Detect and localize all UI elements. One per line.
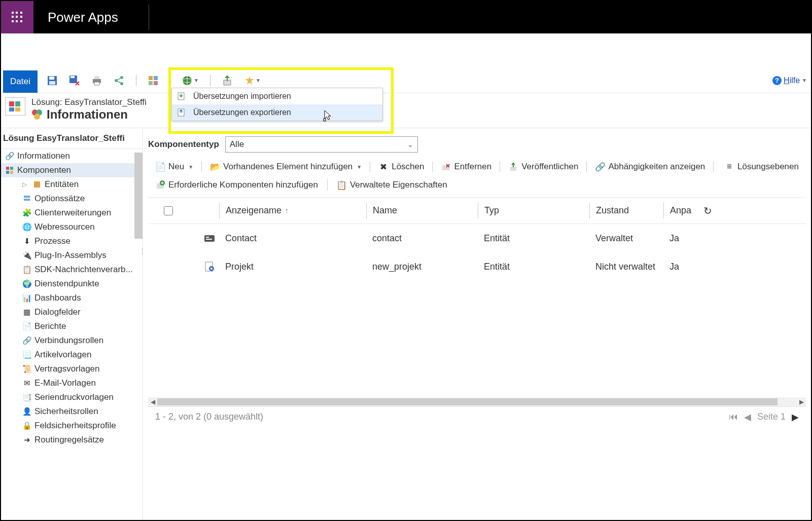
publish-action-icon (508, 162, 518, 172)
sidebar-item-seriendruckvorlagen[interactable]: 📑Seriendruckvorlagen (1, 390, 143, 404)
add-required-button[interactable]: Erforderliche Komponenten hinzufügen (148, 178, 325, 192)
page-first-icon[interactable]: ⏮ (729, 412, 738, 422)
col-name[interactable]: Name (366, 203, 478, 219)
save-icon[interactable] (47, 75, 58, 86)
sidebar-item-verbindungsrollen[interactable]: 🔗Verbindungsrollen (1, 333, 143, 348)
page-next-icon[interactable]: ▶ (792, 412, 799, 423)
col-typ[interactable]: Typ (478, 203, 589, 219)
solution-layers-button[interactable]: ≡Lösungsebenen (717, 160, 806, 174)
scroll-left-icon[interactable]: ◀ (148, 398, 157, 405)
sidebar-item-sdk-nachrichten[interactable]: 📋SDK-Nachrichtenverarb... (1, 263, 143, 277)
scroll-right-icon[interactable]: ▶ (797, 398, 806, 405)
new-button[interactable]: 📄Neu▼ (148, 160, 200, 174)
routing-icon: ➜ (22, 435, 31, 444)
expand-arrow-icon[interactable]: ▷ (22, 181, 29, 188)
entity-icon (32, 180, 42, 189)
svg-rect-32 (34, 181, 40, 188)
save-close-icon[interactable] (69, 75, 80, 86)
sidebar-item-clienterweiterungen[interactable]: 🧩Clienterweiterungen (1, 206, 143, 220)
sidebar-item-sicherheitsrollen[interactable]: 👤Sicherheitsrollen (1, 404, 143, 419)
svg-rect-31 (10, 171, 13, 174)
app-launcher-button[interactable] (1, 1, 33, 33)
sidebar-item-vertragsvorlagen[interactable]: 📜Vertragsvorlagen (1, 362, 143, 376)
cell-zustand: Nicht verwaltet (589, 262, 663, 272)
row-entity-icon (189, 234, 219, 243)
grid-row[interactable]: Projekt new_projekt Entität Nicht verwal… (148, 252, 806, 281)
sidebar-item-plugin-assemblys[interactable]: 🔌Plug-In-Assemblys (1, 248, 143, 263)
action-toolbar-2: Erforderliche Komponenten hinzufügen 📋Ve… (148, 178, 806, 192)
delete-button[interactable]: ✖Löschen (371, 160, 431, 174)
print-icon[interactable] (91, 75, 102, 86)
managed-properties-button[interactable]: 📋Verwaltete Eigenschaften (330, 178, 454, 192)
svg-rect-20 (324, 119, 326, 121)
export-icon (177, 108, 186, 117)
sidebar-item-prozesse[interactable]: ⬇Prozesse (1, 234, 143, 248)
col-zustand[interactable]: Zustand (589, 203, 663, 219)
separator (210, 75, 210, 86)
select-all-checkbox[interactable] (164, 206, 173, 215)
dialog-icon: ▦ (22, 308, 31, 317)
page-title: Informationen (47, 107, 128, 122)
add-existing-button[interactable]: 📂Vorhandenes Element hinzufügen▼ (203, 160, 369, 174)
cell-anzeigename: Contact (219, 233, 366, 244)
svg-rect-21 (9, 101, 14, 106)
sidebar-item-komponenten[interactable]: Komponenten (1, 163, 143, 177)
sidebar-item-dialogfelder[interactable]: ▦Dialogfelder (1, 305, 143, 319)
refresh-button[interactable]: ↻ (699, 205, 716, 217)
file-tab[interactable]: Datei (3, 70, 38, 93)
endpoint-icon: 🌍 (22, 279, 31, 288)
layers-icon: ≡ (724, 162, 734, 172)
sidebar-title: Lösung EasyTranslator_Steffi (1, 128, 143, 149)
translate-dropdown-button[interactable]: ▼ (182, 75, 199, 86)
dependencies-icon: 🔗 (595, 162, 605, 172)
sidebar-item-dashboards[interactable]: 📊Dashboards (1, 291, 143, 305)
scroll-thumb[interactable] (157, 398, 778, 405)
sidebar-item-routingregelsaetze[interactable]: ➜Routingregelsätze (1, 433, 143, 447)
connection-icon: 🔗 (22, 336, 31, 345)
svg-rect-30 (6, 171, 9, 174)
sdk-icon: 📋 (22, 265, 31, 274)
components-icon[interactable] (148, 75, 159, 86)
svg-rect-22 (15, 101, 20, 106)
favorites-dropdown-icon[interactable]: ▼ (244, 75, 261, 86)
sidebar-item-informationen[interactable]: 🔗Informationen (1, 149, 143, 163)
translate-dropdown-menu: Übersetzungen importieren Übersetzungen … (171, 88, 383, 121)
sidebar-item-webressourcen[interactable]: 🌐Webressourcen (1, 220, 143, 234)
help-link[interactable]: ? HHilfeilfe ▼ (772, 76, 807, 85)
splitter-handle[interactable]: ⋮ (139, 247, 143, 254)
menu-import-translations[interactable]: Übersetzungen importieren (172, 88, 382, 104)
menu-export-translations[interactable]: Übersetzungen exportieren (172, 104, 382, 121)
cell-typ: Entität (478, 233, 589, 244)
managed-icon: 📋 (337, 180, 347, 190)
security-icon: 👤 (22, 407, 31, 416)
separator (432, 161, 433, 172)
col-anpassbar[interactable]: Anpa (663, 203, 699, 219)
share-icon[interactable] (114, 75, 125, 86)
remove-button[interactable]: Entfernen (434, 160, 499, 174)
publish-button[interactable]: Veröffentlichen (501, 160, 585, 174)
sidebar: Lösung EasyTranslator_Steffi 🔗Informatio… (1, 128, 143, 521)
sidebar-item-entitaeten[interactable]: ▷Entitäten (1, 177, 143, 192)
horizontal-scrollbar[interactable]: ◀ ▶ (148, 397, 806, 406)
divider (149, 5, 149, 30)
svg-rect-36 (510, 167, 516, 171)
grid-row[interactable]: Contact contact Entität Verwaltet Ja (148, 224, 806, 252)
command-bar: Datei ▼ ▼ ? HHilfeilfe ▼ (1, 68, 811, 93)
sidebar-item-email-vorlagen[interactable]: ✉E-Mail-Vorlagen (1, 376, 143, 390)
component-type-select[interactable]: Alle ⌄ (225, 136, 418, 153)
sidebar-item-dienstendpunkte[interactable]: 🌍Dienstendpunkte (1, 277, 143, 291)
content-area: Komponententyp Alle ⌄ 📄Neu▼ 📂Vorhandenes… (143, 128, 811, 521)
sidebar-item-optionssaetze[interactable]: Optionssätze (1, 192, 143, 206)
sidebar-item-artikelvorlagen[interactable]: 📃Artikelvorlagen (1, 348, 143, 362)
dependencies-button[interactable]: 🔗Abhängigkeiten anzeigen (588, 160, 712, 174)
sidebar-scrollbar[interactable] (134, 153, 143, 239)
publish-icon[interactable] (222, 75, 233, 86)
select-all-column[interactable] (148, 206, 189, 215)
page-prev-icon[interactable]: ◀ (744, 412, 751, 423)
sidebar-item-feldsicherheitsprofile[interactable]: 🔒Feldsicherheitsprofile (1, 419, 143, 433)
sidebar-item-berichte[interactable]: 📄Berichte (1, 319, 143, 333)
menu-label: Übersetzungen importieren (193, 92, 291, 101)
col-anzeigename[interactable]: Anzeigename↑ (219, 203, 366, 219)
help-icon: ? (772, 76, 782, 85)
add-existing-icon: 📂 (210, 162, 220, 172)
